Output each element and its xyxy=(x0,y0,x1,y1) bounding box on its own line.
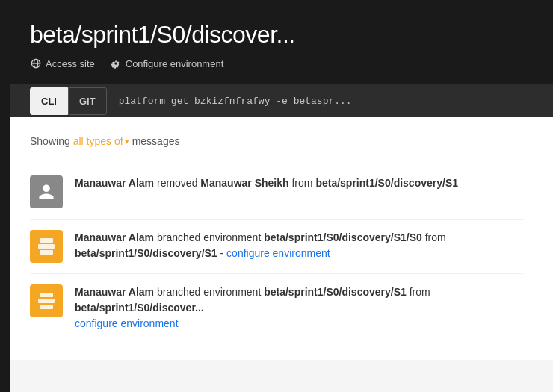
chevron-down-icon: ▾ xyxy=(125,137,129,146)
gear-icon xyxy=(110,57,122,69)
activity-actor: Manauwar Alam xyxy=(75,286,154,298)
filter-highlight: all types of xyxy=(73,135,123,147)
activity-content: Manauwar Alam branched environment beta/… xyxy=(75,284,523,332)
activity-location: beta/sprint1/S0/discovery/S1 xyxy=(315,177,458,189)
stack-icon xyxy=(38,238,55,255)
globe-icon xyxy=(30,57,42,69)
avatar xyxy=(30,230,63,263)
activity-env2: beta/sprint1/S0/discovery/S1 xyxy=(75,247,217,259)
stack-icon xyxy=(38,293,55,309)
toolbar: CLI GIT platform get bzkizfnfrafwy -e be… xyxy=(0,84,553,117)
access-site-link[interactable]: Access site xyxy=(30,57,95,69)
filter-prefix: Showing xyxy=(30,135,70,147)
filter-dropdown[interactable]: all types of ▾ xyxy=(73,135,129,147)
table-row: Manauwar Alam branched environment beta/… xyxy=(30,274,523,342)
activity-content: Manauwar Alam removed Manauwar Sheikh fr… xyxy=(75,175,523,191)
avatar xyxy=(30,175,63,208)
activity-content: Manauwar Alam branched environment beta/… xyxy=(75,230,523,261)
avatar xyxy=(30,284,63,317)
cli-tab[interactable]: CLI xyxy=(30,87,68,115)
activity-actor: Manauwar Alam xyxy=(75,177,154,189)
activity-env1: beta/sprint1/S0/discovery/S1/S0 xyxy=(264,231,422,243)
git-tab[interactable]: GIT xyxy=(68,87,107,115)
activity-list: Manauwar Alam removed Manauwar Sheikh fr… xyxy=(30,165,523,342)
activity-subject: Manauwar Sheikh xyxy=(200,177,288,189)
content-area: Showing all types of ▾ messages Manauwar… xyxy=(0,117,553,360)
configure-environment-action-link-2[interactable]: configure environment xyxy=(75,317,179,329)
filter-suffix: messages xyxy=(132,135,180,147)
table-row: Manauwar Alam branched environment beta/… xyxy=(30,220,523,274)
command-display: platform get bzkizfnfrafwy -e betaspr... xyxy=(119,96,352,107)
table-row: Manauwar Alam removed Manauwar Sheikh fr… xyxy=(30,165,523,220)
configure-environment-action-link[interactable]: configure environment xyxy=(226,247,330,259)
left-sidebar-bar xyxy=(0,0,10,392)
access-site-label: Access site xyxy=(46,58,95,69)
activity-actor: Manauwar Alam xyxy=(75,231,154,243)
activity-env2: beta/sprint1/S0/discover... xyxy=(75,302,204,314)
page-title: beta/sprint1/S0/discover... xyxy=(30,21,523,49)
configure-environment-label: Configure environment xyxy=(126,58,224,69)
filter-row: Showing all types of ▾ messages xyxy=(30,135,523,147)
configure-environment-link[interactable]: Configure environment xyxy=(110,57,224,69)
header: beta/sprint1/S0/discover... Access site … xyxy=(0,0,553,84)
header-actions: Access site Configure environment xyxy=(30,57,523,69)
activity-env1: beta/sprint1/S0/discovery/S1 xyxy=(264,286,407,298)
